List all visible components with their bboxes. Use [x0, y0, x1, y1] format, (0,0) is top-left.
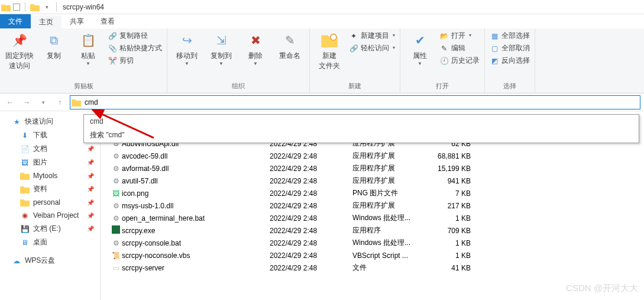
address-suggestions: cmd 搜索 "cmd" — [83, 114, 639, 143]
file-date: 2022/4/29 2:48 — [270, 264, 352, 272]
up-button[interactable]: ↑ — [53, 96, 66, 109]
tab-home[interactable]: 主页 — [31, 14, 62, 28]
ribbon: 📌 固定到快速访问 ⧉ 复制 📋 粘贴 ▼ 🔗复制路径 📎粘贴快捷方式 ✂️剪切… — [0, 28, 644, 93]
forward-button[interactable]: → — [20, 96, 33, 109]
file-type: 应用程序扩展 — [352, 201, 429, 211]
file-type: 应用程序扩展 — [352, 163, 429, 173]
file-size: 15,199 KB — [429, 164, 477, 173]
address-input[interactable] — [82, 97, 640, 108]
sidebar-wps-cloud[interactable]: ☁WPS云盘 — [0, 254, 100, 267]
file-row[interactable]: ⚙avutil-57.dll2022/4/29 2:48应用程序扩展941 KB — [101, 175, 644, 187]
back-button[interactable]: ← — [4, 96, 17, 109]
selectall-icon: ▦ — [490, 31, 499, 41]
tab-view[interactable]: 查看 — [92, 14, 123, 28]
open-button[interactable]: 📂打开▾ — [439, 31, 480, 41]
chevron-down-icon: ▼ — [86, 61, 90, 66]
group-label: 剪贴板 — [5, 80, 162, 92]
select-none-button[interactable]: ▢全部取消 — [490, 43, 530, 53]
copy-button[interactable]: ⧉ 复制 — [39, 31, 69, 61]
folder-icon — [20, 185, 30, 194]
documents-icon: 📄 — [20, 144, 30, 154]
file-size: 1 KB — [429, 251, 477, 260]
sidebar-mytools[interactable]: Mytools📌 — [0, 169, 100, 182]
file-row[interactable]: ⚙open_a_terminal_here.bat2022/4/29 2:48W… — [101, 212, 644, 224]
file-date: 2022/4/29 2:48 — [270, 164, 352, 173]
cut-button[interactable]: ✂️剪切 — [108, 56, 162, 66]
pin-icon: 📌 — [87, 186, 94, 192]
checkbox-icon[interactable] — [13, 4, 20, 11]
file-row[interactable]: scrcpy.exe2022/4/29 2:48应用程序709 KB — [101, 224, 644, 237]
new-folder-button[interactable]: 新建 文件夹 — [315, 31, 344, 71]
sidebar-pictures[interactable]: 🖼图片📌 — [0, 156, 100, 169]
copy-path-button[interactable]: 🔗复制路径 — [108, 31, 162, 41]
chevron-down-icon[interactable]: ▾ — [42, 2, 51, 12]
group-select: ▦全部选择 ▢全部取消 ◩反向选择 选择 — [485, 28, 535, 93]
delete-button[interactable]: ✖删除▼ — [241, 31, 270, 66]
history-button[interactable]: 🕘历史记录 — [439, 56, 480, 66]
folder-icon — [20, 198, 30, 207]
drive-icon: 💾 — [20, 224, 30, 234]
group-label: 组织 — [172, 80, 305, 92]
file-size: 709 KB — [429, 227, 477, 235]
file-row[interactable]: 🖼icon.png2022/4/29 2:48PNG 图片文件7 KB — [101, 187, 644, 199]
file-date: 2022/4/29 2:48 — [270, 251, 352, 260]
sidebar-personal[interactable]: personal📌 — [0, 196, 100, 209]
properties-icon: ✔ — [410, 31, 429, 50]
label: 固定到快速访问 — [5, 51, 34, 71]
edit-icon: ✎ — [439, 44, 449, 53]
sidebar-ziliao[interactable]: 资料📌 — [0, 182, 100, 196]
rename-button[interactable]: ✎重命名 — [275, 31, 305, 61]
suggestion-item[interactable]: cmd — [84, 115, 639, 128]
address-bar[interactable] — [70, 95, 640, 109]
sidebar-docs-e[interactable]: 💾文档 (E:)📌 — [0, 222, 100, 236]
moveto-button[interactable]: ↪移动到▼ — [172, 31, 202, 66]
nav-bar: ← → ▾ ↑ — [0, 93, 644, 111]
file-type: 文件 — [352, 263, 429, 273]
tab-file[interactable]: 文件 — [0, 14, 31, 28]
file-row[interactable]: ▭scrcpy-server2022/4/29 2:48文件41 KB — [101, 262, 644, 274]
file-date: 2022/4/29 2:48 — [270, 189, 352, 198]
paste-button[interactable]: 📋 粘贴 ▼ — [73, 31, 103, 66]
scissors-icon: ✂️ — [108, 56, 117, 66]
file-date: 2022/4/29 2:48 — [270, 239, 352, 247]
file-name: msys-usb-1.0.dll — [122, 202, 270, 210]
file-type: 应用程序扩展 — [352, 151, 429, 161]
file-size: 1 KB — [429, 239, 477, 247]
file-name: scrcpy-noconsole.vbs — [122, 251, 270, 260]
file-icon: ⚙ — [110, 177, 122, 185]
newfolder-icon — [320, 31, 339, 50]
file-size: 1 KB — [429, 214, 477, 222]
pin-icon: 📌 — [10, 31, 29, 50]
easyaccess-icon: 🔗 — [349, 44, 358, 53]
file-size: 7 KB — [429, 189, 477, 198]
edit-button[interactable]: ✎编辑 — [439, 43, 480, 53]
file-name: avcodec-59.dll — [122, 152, 270, 160]
pin-quickaccess-button[interactable]: 📌 固定到快速访问 — [5, 31, 34, 71]
pin-icon: 📌 — [87, 199, 94, 206]
pin-icon: 📌 — [87, 173, 94, 179]
copyto-button[interactable]: ⇲复制到▼ — [206, 31, 236, 66]
sidebar-veiban[interactable]: ◉Veiban Project📌 — [0, 209, 100, 222]
file-size: 68,881 KB — [429, 152, 477, 160]
tab-share[interactable]: 共享 — [62, 14, 92, 28]
folder-icon — [70, 98, 82, 107]
suggestion-item[interactable]: 搜索 "cmd" — [84, 128, 639, 143]
recent-dropdown[interactable]: ▾ — [37, 96, 50, 109]
file-date: 2022/4/29 2:48 — [270, 214, 352, 222]
sidebar-desktop[interactable]: 🖥桌面 — [0, 236, 100, 249]
file-row[interactable]: ⚙scrcpy-console.bat2022/4/29 2:48Windows… — [101, 237, 644, 249]
sidebar-documents[interactable]: 📄文档📌 — [0, 142, 100, 156]
file-row[interactable]: ⚙msys-usb-1.0.dll2022/4/29 2:48应用程序扩展217… — [101, 199, 644, 212]
invert-selection-button[interactable]: ◩反向选择 — [490, 56, 530, 66]
new-item-button[interactable]: ✦新建项目▾ — [349, 31, 395, 41]
paste-shortcut-button[interactable]: 📎粘贴快捷方式 — [108, 43, 162, 53]
file-size: 41 KB — [429, 264, 477, 272]
file-size: 217 KB — [429, 202, 477, 210]
easy-access-button[interactable]: 🔗轻松访问▾ — [349, 43, 395, 53]
select-all-button[interactable]: ▦全部选择 — [490, 31, 530, 41]
invert-icon: ◩ — [490, 56, 499, 66]
properties-button[interactable]: ✔属性▼ — [405, 31, 435, 66]
file-row[interactable]: ⚙avcodec-59.dll2022/4/29 2:48应用程序扩展68,88… — [101, 150, 644, 162]
file-row[interactable]: ⚙avformat-59.dll2022/4/29 2:48应用程序扩展15,1… — [101, 162, 644, 175]
file-row[interactable]: 📜scrcpy-noconsole.vbs2022/4/29 2:48VBScr… — [101, 249, 644, 262]
